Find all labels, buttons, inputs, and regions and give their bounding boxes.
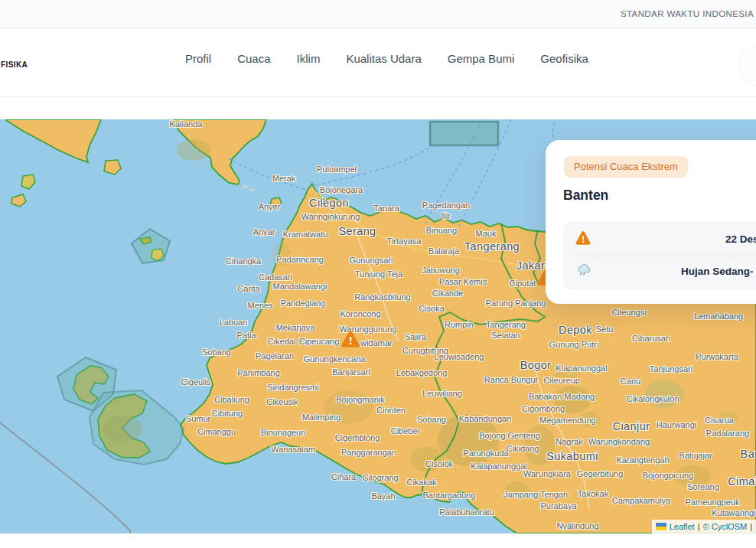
navbar: FISIKA Profil Cuaca Iklim Kualitas Udara… [0,29,756,97]
nav-item-gempa-bumi[interactable]: Gempa Bumi [448,52,515,65]
popup-detail-panel: 22 Des Hujan Sedang- [563,221,756,290]
warning-triangle-icon [575,230,591,246]
warning-marker-icon[interactable] [341,331,360,347]
rain-cloud-icon [575,263,591,278]
ukraine-flag-icon [656,523,666,530]
nav-item-profil[interactable]: Profil [185,52,211,65]
topbar: STANDAR WAKTU INDONESIA [0,0,756,29]
standard-time-label: STANDAR WAKTU INDONESIA [621,9,754,18]
popup-title: Banten [563,188,608,204]
panel-divider [574,256,756,256]
attribution-separator: | [698,522,700,531]
map[interactable]: KaliandaPuloampelMerakBojonegaraCilegonA… [0,119,756,533]
nav-circle-button[interactable] [738,44,756,86]
popup-date-text: 22 Des [725,233,756,245]
attribution-link-leaflet[interactable]: Leaflet [670,522,695,531]
attribution-link-cyclosm[interactable]: © CyclOSM [703,522,748,531]
popup-condition-text: Hujan Sedang- [681,266,754,277]
main-nav: Profil Cuaca Iklim Kualitas Udara Gempa … [185,52,588,65]
extreme-weather-popup: Potensi Cuaca Ekstrem Banten 22 Des [546,140,756,304]
popup-badge: Potensi Cuaca Ekstrem [564,156,688,178]
attribution-separator: | [750,522,752,531]
page: STANDAR WAKTU INDONESIA FISIKA Profil Cu… [0,0,756,548]
map-attribution: Leaflet | © CyclOSM | [652,520,756,533]
nav-item-cuaca[interactable]: Cuaca [237,52,270,65]
nav-item-geofisika[interactable]: Geofisika [540,52,588,65]
bmkg-logo-text: FISIKA [1,60,28,69]
nav-item-iklim[interactable]: Iklim [297,52,321,65]
nav-item-kualitas-udara[interactable]: Kualitas Udara [346,52,421,65]
